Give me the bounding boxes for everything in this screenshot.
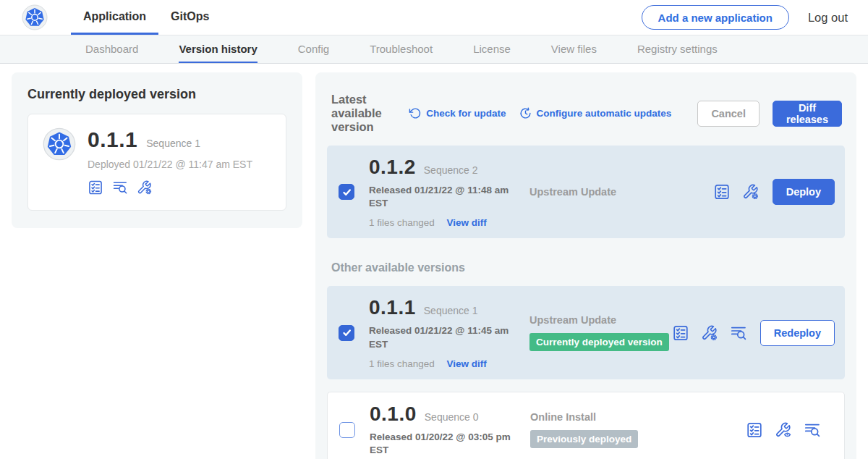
deployed-version-card: 0.1.1 Sequence 1 Deployed 01/21/22 @ 11:…: [27, 114, 286, 211]
previously-deployed-badge: Previously deployed: [530, 430, 638, 448]
sequence-label: Sequence 0: [425, 411, 479, 423]
release-notes-icon[interactable]: [672, 324, 689, 342]
sequence-label: Sequence 1: [424, 305, 478, 316]
release-notes-icon[interactable]: [88, 180, 103, 195]
released-timestamp: Released 01/21/22 @ 11:48 am EST: [369, 184, 514, 210]
tab-gitops[interactable]: GitOps: [158, 0, 221, 35]
view-files-icon[interactable]: [112, 180, 128, 195]
deploy-button[interactable]: Deploy: [773, 179, 835, 205]
files-changed-label: 1 files changed: [369, 217, 435, 228]
edit-config-icon[interactable]: [137, 180, 153, 195]
diff-releases-button[interactable]: Diff releases: [773, 101, 842, 127]
check-for-update-link[interactable]: Check for update: [409, 107, 506, 119]
kubernetes-logo[interactable]: [22, 0, 48, 35]
subnav-troubleshoot[interactable]: Troubleshoot: [370, 35, 433, 63]
subnav-version-history[interactable]: Version history: [179, 35, 257, 63]
version-number: 0.1.1: [369, 296, 416, 319]
deployed-sequence-label: Sequence 1: [146, 138, 200, 149]
version-row-0-1-2: 0.1.2 Sequence 2 Released 01/21/22 @ 11:…: [327, 146, 845, 238]
cancel-button[interactable]: Cancel: [697, 101, 760, 127]
version-checkbox[interactable]: [339, 325, 354, 341]
view-diff-link[interactable]: View diff: [447, 217, 487, 228]
version-number: 0.1.0: [370, 403, 417, 426]
edit-config-icon[interactable]: [742, 183, 760, 201]
view-files-icon[interactable]: [804, 421, 821, 439]
sequence-label: Sequence 2: [424, 164, 478, 176]
top-tabs: Application GitOps: [71, 0, 221, 35]
subnav-registry-settings[interactable]: Registry settings: [637, 35, 718, 63]
add-application-button[interactable]: Add a new application: [642, 5, 789, 30]
currently-deployed-badge: Currently deployed version: [529, 333, 669, 351]
app-subnav: Dashboard Version history Config Trouble…: [0, 35, 868, 64]
subnav-config[interactable]: Config: [298, 35, 329, 63]
version-checkbox[interactable]: [339, 184, 354, 200]
subnav-dashboard[interactable]: Dashboard: [85, 35, 138, 63]
view-config-icon[interactable]: [775, 421, 792, 439]
version-history-panel: Latest available version Check for updat…: [315, 72, 856, 459]
check-for-update-label: Check for update: [426, 108, 506, 119]
version-row-0-1-0: 0.1.0 Sequence 0 Released 01/20/22 @ 03:…: [327, 392, 845, 459]
version-source-label: Upstream Update: [529, 186, 713, 198]
version-source-label: Upstream Update: [529, 314, 672, 326]
files-changed-label: 1 files changed: [369, 358, 435, 369]
deployed-card-title: Currently deployed version: [27, 87, 286, 102]
deployed-timestamp: Deployed 01/21/22 @ 11:47 am EST: [88, 159, 252, 170]
refresh-icon: [409, 107, 421, 119]
kubernetes-icon: [22, 4, 48, 30]
view-diff-link[interactable]: View diff: [447, 358, 487, 369]
logout-link[interactable]: Log out: [808, 11, 848, 25]
release-notes-icon[interactable]: [746, 421, 763, 439]
subnav-license[interactable]: License: [473, 35, 511, 63]
release-notes-icon[interactable]: [713, 183, 731, 201]
version-row-0-1-1: 0.1.1 Sequence 1 Released 01/21/22 @ 11:…: [327, 286, 845, 379]
top-nav-bar: Application GitOps Add a new application…: [0, 0, 868, 35]
check-icon: [342, 328, 352, 337]
configure-automatic-updates-label: Configure automatic updates: [537, 108, 672, 119]
edit-config-icon[interactable]: [701, 324, 718, 342]
check-icon: [342, 188, 352, 197]
version-source-label: Online Install: [530, 411, 746, 423]
other-versions-title: Other available versions: [331, 261, 842, 274]
tab-application[interactable]: Application: [71, 0, 158, 35]
released-timestamp: Released 01/21/22 @ 11:45 am EST: [369, 324, 514, 350]
subnav-view-files[interactable]: View files: [551, 35, 597, 63]
currently-deployed-card: Currently deployed version: [12, 72, 302, 228]
version-number: 0.1.2: [369, 156, 416, 179]
view-files-icon[interactable]: [730, 324, 747, 342]
app-kubernetes-icon: [43, 127, 76, 161]
version-checkbox[interactable]: [339, 422, 355, 438]
redeploy-button[interactable]: Redeploy: [760, 320, 835, 346]
schedule-update-icon: [519, 107, 532, 119]
latest-available-title: Latest available version: [331, 93, 396, 134]
released-timestamp: Released 01/20/22 @ 03:05 pm EST: [370, 431, 514, 457]
deployed-version-number: 0.1.1: [88, 127, 137, 152]
configure-automatic-updates-link[interactable]: Configure automatic updates: [519, 107, 672, 119]
